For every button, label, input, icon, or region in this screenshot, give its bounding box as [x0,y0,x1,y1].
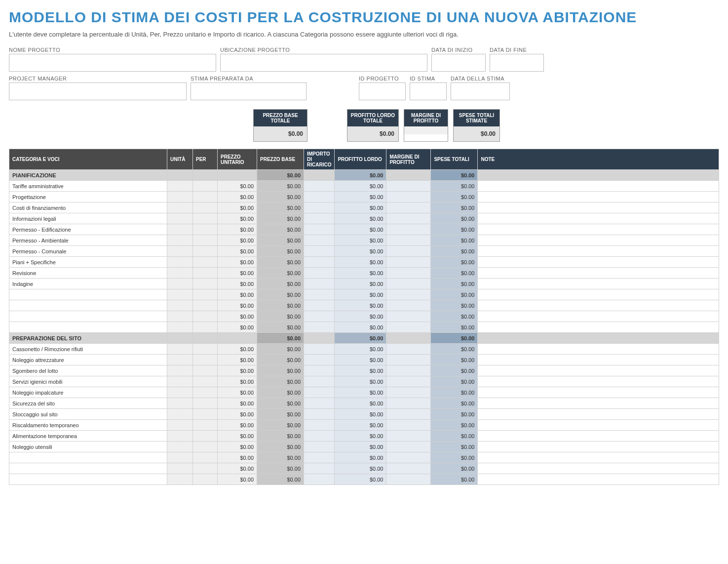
cell-note[interactable] [478,409,719,420]
cell-prezzo-unitario[interactable]: $0.00 [218,452,257,463]
cell-note[interactable] [478,420,719,431]
cell-note[interactable] [478,235,719,246]
item-name[interactable] [9,452,167,463]
item-name[interactable]: Tariffe amministrative [9,181,167,192]
item-name[interactable] [9,322,167,333]
ubicazione-input[interactable] [220,54,427,72]
cell-prezzo-unitario[interactable]: $0.00 [218,268,257,279]
cell-importo-ricarico[interactable] [304,420,335,431]
cell-note[interactable] [478,268,719,279]
cell-prezzo-unitario[interactable]: $0.00 [218,474,257,485]
cell-unita[interactable] [167,344,193,355]
cell-unita[interactable] [167,355,193,365]
cell-prezzo-unitario[interactable]: $0.00 [218,409,257,420]
item-name[interactable] [9,463,167,474]
cell-prezzo-unitario[interactable]: $0.00 [218,387,257,398]
cell-per[interactable] [193,300,218,311]
item-name[interactable] [9,289,167,300]
cell-prezzo-unitario[interactable]: $0.00 [218,311,257,322]
cell-unita[interactable] [167,289,193,300]
cell-unita[interactable] [167,431,193,442]
cell-unita[interactable] [167,279,193,289]
cell-note[interactable] [478,355,719,365]
cell-unita[interactable] [167,300,193,311]
cell-note[interactable] [478,224,719,235]
cell-prezzo-unitario[interactable]: $0.00 [218,246,257,257]
cell-unita[interactable] [167,474,193,485]
cell-per[interactable] [193,202,218,213]
cell-note[interactable] [478,311,719,322]
cell-per[interactable] [193,420,218,431]
pm-input[interactable] [9,82,187,100]
item-name[interactable]: Stoccaggio sul sito [9,409,167,420]
cell-per[interactable] [193,322,218,333]
cell-per[interactable] [193,376,218,387]
item-name[interactable]: Costi di finanziamento [9,202,167,213]
cell-note[interactable] [478,474,719,485]
item-name[interactable]: Revisione [9,268,167,279]
cell-per[interactable] [193,365,218,376]
cell-note[interactable] [478,463,719,474]
cell-unita[interactable] [167,235,193,246]
cell-per[interactable] [193,268,218,279]
cell-per[interactable] [193,409,218,420]
item-name[interactable]: Alimentazione temporanea [9,431,167,442]
cell-prezzo-unitario[interactable]: $0.00 [218,300,257,311]
id-progetto-input[interactable] [359,82,406,100]
cell-unita[interactable] [167,398,193,409]
cell-per[interactable] [193,474,218,485]
cell-prezzo-unitario[interactable]: $0.00 [218,355,257,365]
item-name[interactable]: Sgombero del lotto [9,365,167,376]
cell-importo-ricarico[interactable] [304,431,335,442]
cell-prezzo-unitario[interactable]: $0.00 [218,442,257,452]
cell-prezzo-unitario[interactable]: $0.00 [218,376,257,387]
cell-importo-ricarico[interactable] [304,398,335,409]
cell-note[interactable] [478,365,719,376]
cell-unita[interactable] [167,376,193,387]
item-name[interactable]: Cassonetto / Rimozione rifiuti [9,344,167,355]
cell-unita[interactable] [167,192,193,202]
cell-importo-ricarico[interactable] [304,409,335,420]
cell-importo-ricarico[interactable] [304,279,335,289]
cell-per[interactable] [193,181,218,192]
cell-per[interactable] [193,431,218,442]
cell-unita[interactable] [167,420,193,431]
cell-note[interactable] [478,398,719,409]
item-name[interactable]: Servizi igienici mobili [9,376,167,387]
item-name[interactable]: Permesso - Comunale [9,246,167,257]
cell-note[interactable] [478,246,719,257]
cell-importo-ricarico[interactable] [304,452,335,463]
cell-importo-ricarico[interactable] [304,365,335,376]
item-name[interactable]: Permesso - Ambientale [9,235,167,246]
cell-note[interactable] [478,344,719,355]
item-name[interactable] [9,300,167,311]
cell-importo-ricarico[interactable] [304,355,335,365]
cell-prezzo-unitario[interactable]: $0.00 [218,279,257,289]
cell-unita[interactable] [167,268,193,279]
cell-per[interactable] [193,246,218,257]
cell-importo-ricarico[interactable] [304,202,335,213]
cell-importo-ricarico[interactable] [304,181,335,192]
cell-unita[interactable] [167,387,193,398]
cell-per[interactable] [193,224,218,235]
cell-per[interactable] [193,235,218,246]
cell-note[interactable] [478,387,719,398]
cell-prezzo-unitario[interactable]: $0.00 [218,365,257,376]
cell-importo-ricarico[interactable] [304,463,335,474]
cell-prezzo-unitario[interactable]: $0.00 [218,213,257,224]
cell-unita[interactable] [167,365,193,376]
cell-note[interactable] [478,376,719,387]
cell-importo-ricarico[interactable] [304,224,335,235]
item-name[interactable]: Progettazione [9,192,167,202]
cell-prezzo-unitario[interactable]: $0.00 [218,398,257,409]
cell-note[interactable] [478,431,719,442]
cell-prezzo-unitario[interactable]: $0.00 [218,344,257,355]
item-name[interactable]: Noleggio impalcature [9,387,167,398]
item-name[interactable]: Permesso - Edificazione [9,224,167,235]
cell-unita[interactable] [167,409,193,420]
cell-importo-ricarico[interactable] [304,387,335,398]
cell-unita[interactable] [167,452,193,463]
cell-importo-ricarico[interactable] [304,322,335,333]
item-name[interactable]: Indagine [9,279,167,289]
cell-prezzo-unitario[interactable]: $0.00 [218,322,257,333]
